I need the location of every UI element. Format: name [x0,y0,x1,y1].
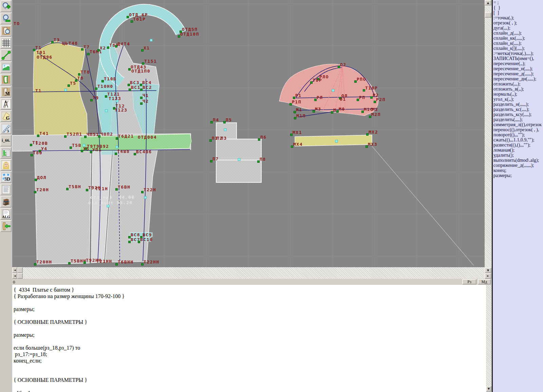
command-item[interactable]: разделить_н(,,,,,); [493,102,543,107]
grid-button[interactable] [0,37,12,49]
alg-label: ALG [2,215,10,219]
command-item[interactable]: поворот((),,,""); [493,132,543,137]
command-item[interactable]: конец; [493,168,543,173]
command-item[interactable]: отложить(,,,); [493,81,543,86]
command-item[interactable]: перенос((),отрезок( , ), [493,127,543,132]
pattern-g-button[interactable]: G [0,110,12,122]
command-item[interactable]: [ ] [493,10,543,15]
rz-button[interactable]: Рз [462,279,476,285]
notes-button[interactable] [0,183,12,195]
command-item[interactable]: отложить_в(,,); [493,86,543,92]
ruler-button[interactable]: S [0,122,12,134]
point-label: Х1 [144,46,150,50]
code-line: размеры; [12,306,486,312]
command-item[interactable]: разделить_кс(,,,,); [493,107,543,112]
command-item[interactable]: ломаная(); [493,148,543,153]
toolbar: M A G S i_66. 3D [0,0,13,392]
command-item[interactable]: разделить(,,,,); [493,117,543,122]
point-label: М2 [372,107,378,112]
command-item[interactable]: сплайн_к[](,,,,); [493,46,543,51]
md-button[interactable]: Мд [478,279,491,285]
canvas-horizontal-scrollbar[interactable]: ◄ [12,267,485,273]
code-line [12,370,486,377]
scroll-up-icon[interactable]: ▲ [485,0,491,5]
pattern-m-button[interactable]: M [0,86,12,98]
canvas-vscroll-thumb[interactable] [485,12,491,18]
canvas-hscroll-thumb[interactable] [17,267,23,273]
pattern-frame-button[interactable] [0,74,12,85]
books-button[interactable] [0,196,12,208]
algorithm-editor[interactable]: { 4334 Платье с бантом }{ Разработано на… [12,285,486,392]
scroll-left-icon[interactable]: ◄ [12,273,17,279]
alg-button[interactable]: ALG [0,208,12,220]
point-label: Р2П [376,98,386,102]
canvas-vertical-scrollbar[interactable]: ▲ ▼ [485,0,491,273]
scroll-right-icon[interactable]: ► [485,273,491,279]
command-item[interactable]: симметрия_л((),отрезок [493,122,543,127]
exit-icon [1,221,11,231]
code-line [12,338,486,345]
command-item[interactable]: пересечение_дн(,,,,,); [493,76,543,81]
point-label: Т4В8 [117,150,130,154]
measure-line-button[interactable] [0,49,12,61]
code-line [12,364,486,370]
point-label: Т01Р [133,17,146,21]
scroll-left-icon[interactable]: ◄ [12,267,17,273]
table-button[interactable] [0,147,12,159]
command-item[interactable]: угол_к(,,); [493,97,543,102]
command-item[interactable]: нормаль(,,); [493,92,543,97]
command-item[interactable]: сплайн_к(,,,,); [493,41,543,46]
command-item[interactable]: сплайн_д(,,,,); [493,31,543,36]
pattern-cad-window: M A G S i_66. 3D [0,0,543,392]
code-line: п16:= 1; [12,390,486,392]
command-item[interactable]: :=точка(,); [493,15,543,20]
point-label: М [333,108,336,112]
code-line: { 4334 Платье с бантом } [12,287,486,293]
code-vertical-scrollbar[interactable]: ▼ [486,285,491,392]
drafting-tools-button[interactable]: A [0,98,12,110]
command-item[interactable]: пересечение_н(,,,,); [493,66,543,71]
command-item[interactable]: размеры; [493,173,543,178]
i66-button[interactable]: i_66. [0,135,12,146]
point-label: Т41 [39,132,49,136]
command-item[interactable]: сопряжение_д(,,,,,,); [493,163,543,168]
image-button[interactable] [0,61,12,73]
status-counter: 0 [13,279,15,285]
code-horizontal-scrollbar[interactable]: ◄ [12,273,485,279]
point-label: Х2 [100,46,106,50]
point-label: П3 [221,136,227,140]
command-item[interactable]: пересечение(,,); [493,61,543,66]
command-item[interactable]: :=метка(точка(,),,,,); [493,51,543,56]
point-label: М1П [296,114,306,118]
command-item[interactable]: { } [493,5,543,10]
scroll-down-icon[interactable]: ▼ [486,386,491,392]
portrait-icon [1,160,11,170]
pattern-frame-icon [1,75,11,84]
pattern-preview-button[interactable] [0,25,12,37]
books-icon [1,197,11,207]
code-hscroll-thumb[interactable] [17,273,23,279]
point-label: Т21Н [95,187,108,191]
zoom-out-button[interactable] [0,13,12,24]
command-item[interactable]: выполнить(dmod\.alg); [493,158,543,163]
portrait-button[interactable] [0,159,12,171]
command-item[interactable]: отрезок( , ); [493,20,543,25]
command-item[interactable]: развести((),(),,,""); [493,142,543,148]
point-label: ВС2 [143,85,152,90]
exit-button[interactable] [0,220,12,232]
drawing-canvas[interactable]: ТООТД_6РТ01РОТД5ПОТД10ПХ1Т151Т3ЦЬТ48Т1Т0… [12,0,485,267]
command-item[interactable]: = ; [493,0,543,5]
threed-button[interactable]: 3D [0,171,12,183]
command-item[interactable]: пересечение_д(,,,,,); [493,71,543,76]
command-item[interactable]: ЗАПИСАТЬ(имя=(), [493,56,543,61]
command-item[interactable]: сплайн_кк(,,,,,); [493,36,543,41]
command-item[interactable]: разделить_ксу(,,,,); [493,112,543,117]
scroll-down-icon[interactable]: ▼ [485,268,491,273]
command-item[interactable]: удалить(); [493,153,543,158]
command-item[interactable]: сжать((),,,1.1,0.9,""); [493,137,543,142]
point-label: ВС3 [130,81,139,85]
zoom-in-button[interactable] [0,0,12,12]
point-label: Т20Н [36,188,49,192]
command-item[interactable]: дуга(,,,); [493,25,543,31]
code-line: { ОСНОВНЫЕ ПАРАМЕТРЫ } [12,319,486,325]
